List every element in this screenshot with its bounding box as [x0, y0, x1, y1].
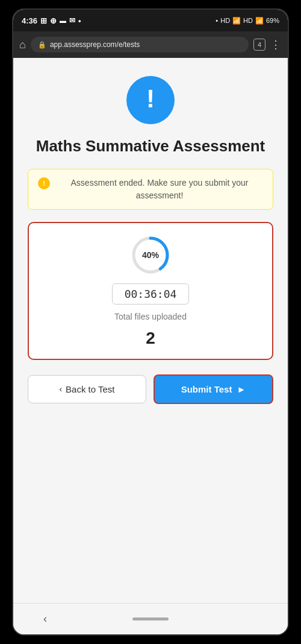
send-icon: ► [237, 384, 246, 394]
submit-test-button[interactable]: Submit Test ► [154, 374, 273, 404]
nav-back-arrow-icon[interactable]: ‹ [43, 613, 47, 625]
files-count-value: 2 [146, 329, 155, 348]
progress-card: 40% 00:36:04 Total files uploaded 2 [28, 222, 273, 360]
status-time: 4:36 ⊞ ⊕ ▬ ✉ • [22, 16, 81, 25]
status-right: • HD 📶 HD 📶 69% [216, 17, 279, 25]
status-dot: • [78, 16, 81, 25]
status-mail-icon: ✉ [69, 16, 75, 25]
warning-banner: ! Assessment ended. Make sure you submit… [28, 169, 273, 210]
assessment-title: Maths Summative Assessment [36, 136, 265, 157]
bottom-nav-bar: ‹ [13, 603, 288, 634]
timer-display: 00:36:04 [112, 283, 190, 305]
network-label: HD [220, 17, 230, 24]
signal-icon: 📶 [232, 17, 241, 25]
browser-bar: ⌂ 🔒 app.assessprep.com/e/tests 4 ⋮ [13, 31, 288, 58]
chevron-left-icon: ‹ [59, 384, 62, 394]
status-bar-icon: ▬ [60, 17, 66, 24]
url-display: app.assessprep.com/e/tests [50, 40, 140, 49]
warning-dot-icon: ! [38, 177, 50, 189]
home-icon[interactable]: ⌂ [19, 39, 26, 51]
signal-label: HD [243, 17, 253, 24]
warning-message: Assessment ended. Make sure you submit y… [56, 177, 263, 202]
circular-progress: 40% [129, 234, 172, 276]
submit-button-label: Submit Test [181, 384, 232, 394]
tab-count-badge[interactable]: 4 [253, 39, 265, 51]
exclamation-mark: ! [146, 86, 155, 112]
time-display: 4:36 [22, 16, 37, 25]
status-circle-icon: ⊕ [50, 16, 57, 25]
browser-menu-icon[interactable]: ⋮ [270, 38, 282, 51]
signal2-icon: 📶 [255, 17, 264, 25]
back-button-label: Back to Test [66, 384, 114, 394]
back-to-test-button[interactable]: ‹ Back to Test [28, 375, 146, 403]
hd-label: • [216, 17, 218, 24]
address-bar[interactable]: 🔒 app.assessprep.com/e/tests [31, 37, 249, 52]
status-bar: 4:36 ⊞ ⊕ ▬ ✉ • • HD 📶 HD 📶 69% [13, 10, 288, 31]
lock-icon: 🔒 [38, 41, 46, 49]
progress-percent-label: 40% [142, 250, 159, 260]
home-indicator-pill [132, 617, 169, 620]
action-buttons-row: ‹ Back to Test Submit Test ► [28, 374, 273, 404]
files-uploaded-label: Total files uploaded [114, 312, 187, 321]
status-grid-icon: ⊞ [40, 16, 47, 25]
alert-circle-icon: ! [126, 76, 175, 124]
main-content: ! Maths Summative Assessment ! Assessmen… [13, 58, 288, 603]
battery-display: 69% [266, 17, 279, 24]
